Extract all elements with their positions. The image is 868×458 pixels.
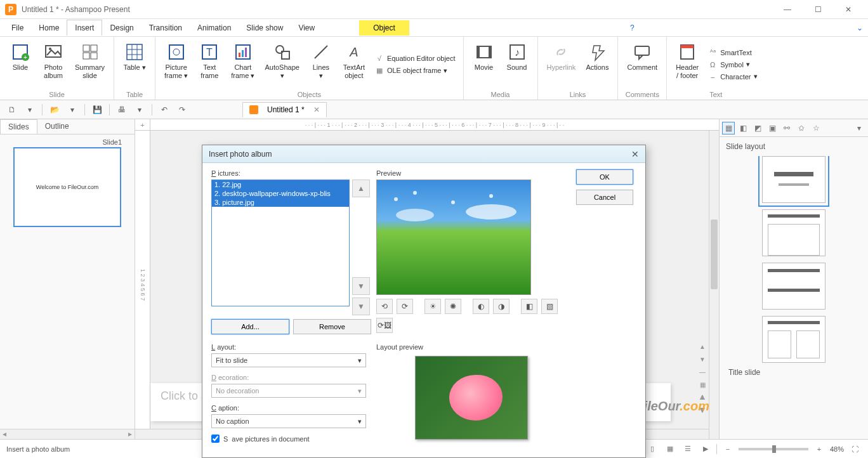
- menu-file[interactable]: File: [4, 20, 31, 36]
- brightness-up-icon[interactable]: ☀: [424, 299, 441, 314]
- picture-frame-button[interactable]: Picture frame ▾: [161, 39, 192, 82]
- undo-icon[interactable]: ↶: [156, 102, 173, 117]
- move-up-button[interactable]: ▲: [352, 180, 370, 197]
- slide-button[interactable]: + Slide: [5, 39, 36, 74]
- minimize-button[interactable]: —: [773, 1, 802, 18]
- decoration-select[interactable]: No decoration▾: [211, 384, 366, 398]
- dialog-close-icon[interactable]: ✕: [631, 149, 639, 159]
- rp-tab-design-icon[interactable]: ◧: [737, 122, 749, 134]
- move-bottom-button[interactable]: ▼: [352, 298, 370, 315]
- remove-button[interactable]: Remove: [293, 319, 371, 334]
- ruler-corner[interactable]: +: [135, 119, 150, 131]
- move-down-button[interactable]: ▼: [352, 277, 370, 295]
- header-footer-button[interactable]: Header / footer: [672, 39, 702, 82]
- menu-transition[interactable]: Transition: [141, 20, 190, 36]
- chart-frame-button[interactable]: Chart frame ▾: [227, 39, 258, 82]
- lines-button[interactable]: Lines▾: [306, 39, 336, 82]
- print-dropdown-icon[interactable]: ▾: [131, 102, 148, 117]
- zoom-out-button[interactable]: −: [721, 443, 735, 455]
- contrast-up-icon[interactable]: ◐: [473, 299, 489, 314]
- cancel-button[interactable]: Cancel: [576, 190, 633, 205]
- menu-home[interactable]: Home: [31, 20, 67, 36]
- menu-design[interactable]: Design: [102, 20, 141, 36]
- view-sorter-icon[interactable]: ▦: [663, 443, 677, 455]
- list-item[interactable]: 1. 22.jpg: [212, 180, 349, 189]
- rp-tab-favorite-icon[interactable]: ☆: [810, 122, 822, 134]
- tab-slides[interactable]: Slides: [0, 119, 37, 134]
- rp-tab-star-icon[interactable]: ✩: [795, 122, 808, 134]
- save-pictures-checkbox[interactable]: Save pictures in document: [211, 435, 370, 443]
- document-tab[interactable]: Untitled 1 * ✕: [242, 102, 327, 117]
- symbol-button[interactable]: ΩSymbol ▾: [705, 59, 760, 70]
- menu-view[interactable]: View: [291, 20, 322, 36]
- new-doc-icon[interactable]: 🗋: [4, 102, 20, 117]
- hyperlink-button[interactable]: Hyperlink: [543, 39, 580, 74]
- new-dropdown-icon[interactable]: ▾: [22, 102, 38, 117]
- open-dropdown-icon[interactable]: ▾: [64, 102, 81, 117]
- redo-icon[interactable]: ↷: [174, 102, 190, 117]
- zoom-slider[interactable]: [739, 448, 808, 450]
- ole-frame-button[interactable]: ▦OLE object frame ▾: [372, 65, 458, 76]
- dialog-title-bar[interactable]: Insert photo album ✕: [202, 145, 645, 163]
- tab-outline[interactable]: Outline: [37, 119, 77, 134]
- rp-tab-media-icon[interactable]: ▣: [766, 122, 779, 134]
- print-icon[interactable]: 🖶: [114, 102, 130, 117]
- summary-slide-button[interactable]: Summary slide: [71, 39, 109, 82]
- zoom-in-button[interactable]: +: [812, 443, 826, 455]
- list-item[interactable]: 3. picture.jpg: [212, 198, 349, 207]
- menu-animation[interactable]: Animation: [190, 20, 239, 36]
- layout-title-slide[interactable]: [762, 156, 825, 203]
- photo-album-button[interactable]: Photo album: [38, 39, 69, 82]
- grayscale-icon[interactable]: ◧: [521, 299, 537, 314]
- reset-image-icon[interactable]: ⟳🖼: [376, 318, 393, 333]
- smarttext-button[interactable]: ᴬᵃSmartText: [705, 47, 760, 58]
- rp-tab-layout-icon[interactable]: ▦: [722, 122, 735, 134]
- layout-title-content[interactable]: [762, 209, 825, 256]
- menu-insert[interactable]: Insert: [67, 20, 102, 36]
- caption-select[interactable]: No caption▾: [211, 414, 366, 428]
- autoshape-button[interactable]: AutoShape▾: [261, 39, 303, 82]
- movie-button[interactable]: Movie: [469, 39, 499, 74]
- maximize-button[interactable]: ☐: [803, 1, 832, 18]
- left-scrollbar[interactable]: ◂▸: [0, 429, 135, 439]
- view-outline-icon[interactable]: ☰: [681, 443, 695, 455]
- ok-button[interactable]: OK: [576, 169, 633, 185]
- rotate-left-icon[interactable]: ⟲: [376, 299, 393, 314]
- actions-button[interactable]: Actions: [582, 39, 612, 74]
- equation-editor-button[interactable]: √Equation Editor object: [372, 53, 458, 64]
- save-icon[interactable]: 💾: [89, 102, 105, 117]
- nav-slides-icon[interactable]: ▦: [697, 379, 707, 389]
- character-button[interactable]: –Character ▾: [705, 71, 760, 82]
- pictures-listbox[interactable]: 1. 22.jpg 2. desktop-wallpaper-windows-x…: [211, 180, 350, 306]
- recolor-icon[interactable]: ▧: [541, 299, 558, 314]
- comment-button[interactable]: Comment: [623, 39, 661, 74]
- brightness-down-icon[interactable]: ✺: [445, 299, 461, 314]
- table-button[interactable]: Table ▾: [119, 39, 150, 74]
- nav-down-icon[interactable]: ▼: [697, 354, 707, 364]
- zoom-fit-icon[interactable]: ⛶: [848, 443, 862, 455]
- slide-thumbnail[interactable]: Welcome to FileOur.com: [13, 147, 121, 227]
- doc-tab-close-icon[interactable]: ✕: [313, 105, 320, 114]
- rp-tab-link-icon[interactable]: ⚯: [780, 122, 793, 134]
- menu-object[interactable]: Object: [359, 20, 409, 36]
- close-window-button[interactable]: ✕: [834, 1, 863, 18]
- canvas-scrollbar-v[interactable]: [709, 131, 719, 439]
- layout-select[interactable]: Fit to slide▾: [211, 353, 366, 367]
- menu-slideshow[interactable]: Slide show: [239, 20, 291, 36]
- list-item[interactable]: 2. desktop-wallpaper-windows-xp-blis: [212, 189, 349, 198]
- ribbon-collapse-icon[interactable]: ⌄: [855, 21, 864, 35]
- textart-button[interactable]: A TextArt object: [339, 39, 369, 82]
- layout-two-bars[interactable]: [762, 263, 825, 310]
- help-icon[interactable]: ?: [624, 21, 641, 35]
- view-slideshow-icon[interactable]: ▶: [699, 443, 713, 455]
- text-frame-button[interactable]: T Text frame: [194, 39, 225, 82]
- rotate-right-icon[interactable]: ⟳: [397, 299, 413, 314]
- rp-tab-color-icon[interactable]: ◩: [751, 122, 764, 134]
- sound-button[interactable]: ♪ Sound: [502, 39, 532, 74]
- rp-tab-menu-icon[interactable]: ▾: [853, 122, 865, 134]
- view-normal-icon[interactable]: ▯: [645, 443, 659, 455]
- nav-up-icon[interactable]: ▲: [697, 341, 707, 351]
- contrast-down-icon[interactable]: ◑: [493, 299, 510, 314]
- add-button[interactable]: Add...: [211, 319, 289, 334]
- open-icon[interactable]: 📂: [46, 102, 63, 117]
